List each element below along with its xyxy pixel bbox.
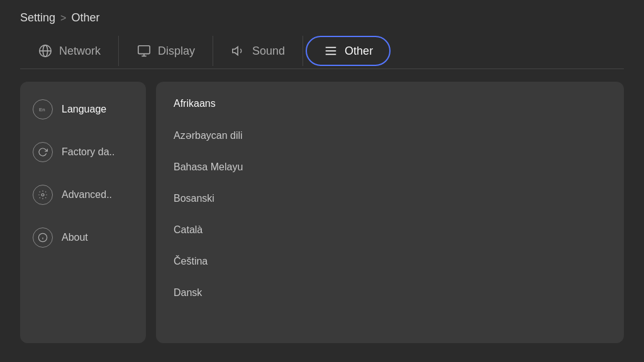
tabs-bar: Network Display Sound Other [20, 33, 624, 69]
content-area: En Language Factory da.. Advanced.. Abou… [0, 69, 644, 356]
info-icon [33, 228, 53, 248]
monitor-icon [136, 43, 152, 58]
breadcrumb-separator: > [60, 13, 66, 24]
tab-network-label: Network [59, 45, 101, 58]
menu-icon [323, 43, 338, 58]
sidebar-item-advanced[interactable]: Advanced.. [20, 173, 146, 216]
svg-point-11 [42, 194, 44, 196]
language-item-danish[interactable]: Dansk [156, 277, 624, 309]
language-panel: AfrikaansAzərbaycan diliBahasa MelayuBos… [156, 82, 624, 343]
language-item-malay[interactable]: Bahasa Melayu [156, 151, 624, 183]
sidebar-about-label: About [62, 232, 88, 243]
factory-icon [33, 142, 53, 162]
sidebar-item-factory[interactable]: Factory da.. [20, 131, 146, 173]
tab-other[interactable]: Other [306, 36, 391, 66]
breadcrumb-root: Setting [20, 11, 55, 25]
svg-marker-6 [233, 47, 238, 55]
breadcrumb-current: Other [71, 11, 99, 25]
language-icon: En [33, 99, 53, 119]
volume-icon [231, 43, 246, 58]
language-item-afrikaans[interactable]: Afrikaans [156, 88, 624, 119]
sidebar: En Language Factory da.. Advanced.. Abou… [20, 82, 146, 343]
tab-other-label: Other [345, 45, 373, 58]
tab-sound-label: Sound [252, 45, 285, 58]
tab-network[interactable]: Network [20, 36, 119, 66]
language-item-czech[interactable]: Čeština [156, 246, 624, 277]
tab-display-label: Display [158, 45, 195, 58]
breadcrumb: Setting > Other [20, 11, 624, 25]
advanced-icon [33, 185, 53, 205]
language-item-azerbaijani[interactable]: Azərbaycan dili [156, 119, 624, 151]
sidebar-advanced-label: Advanced.. [62, 189, 112, 200]
sidebar-factory-label: Factory da.. [62, 146, 114, 158]
language-item-bosnian[interactable]: Bosanski [156, 183, 624, 214]
globe-icon [38, 43, 53, 58]
language-item-catalan[interactable]: Català [156, 214, 624, 246]
svg-rect-3 [138, 46, 150, 54]
header: Setting > Other Network Display Sound [0, 0, 644, 69]
sidebar-item-about[interactable]: About [20, 216, 146, 259]
sidebar-language-label: Language [62, 104, 106, 115]
sidebar-item-language[interactable]: En Language [20, 88, 146, 131]
tab-sound[interactable]: Sound [213, 36, 303, 66]
svg-text:En: En [39, 107, 45, 112]
tab-display[interactable]: Display [119, 36, 213, 66]
